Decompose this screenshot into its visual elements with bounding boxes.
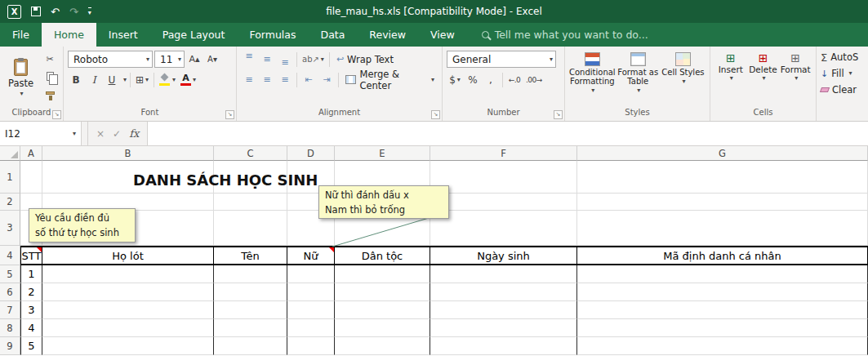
tab-data[interactable]: Data	[309, 23, 358, 47]
name-box-dropdown-icon[interactable]: ▾	[73, 131, 76, 137]
accounting-format-button[interactable]: $▾	[447, 71, 463, 88]
underline-button[interactable]: U	[104, 71, 120, 88]
column-header-G[interactable]: G	[577, 146, 868, 161]
cell-D9[interactable]	[287, 337, 335, 355]
cell-B7[interactable]	[42, 301, 214, 319]
column-header-C[interactable]: C	[214, 146, 287, 161]
cell-F1[interactable]	[430, 161, 577, 194]
align-right-button[interactable]: ≡	[277, 71, 293, 88]
copy-button[interactable]	[42, 69, 58, 83]
number-dialog-launcher[interactable]: ↘	[554, 110, 563, 119]
tab-view[interactable]: View	[418, 23, 467, 47]
cell-B6[interactable]	[42, 283, 214, 301]
cell-F6[interactable]	[430, 283, 577, 301]
column-header-D[interactable]: D	[287, 146, 335, 161]
row-header-8[interactable]: 8	[0, 319, 20, 337]
increase-decimal-button[interactable]: ←.0	[506, 71, 523, 88]
row-header-7[interactable]: 7	[0, 301, 20, 319]
conditional-formatting-button[interactable]: Conditional Formatting ▾	[569, 49, 616, 107]
cut-button[interactable]: ✂	[42, 51, 58, 66]
name-box[interactable]: I12 ▾	[0, 122, 82, 145]
cell-F2[interactable]	[430, 194, 577, 211]
cell-B5[interactable]	[42, 265, 214, 283]
wrap-text-button[interactable]: ↩ Wrap Text	[333, 51, 397, 68]
cell-E8[interactable]	[335, 319, 430, 337]
delete-cells-button[interactable]: ⊞ Delete ▾	[747, 49, 780, 107]
cell-A8[interactable]: 4	[20, 319, 42, 337]
cell-F3[interactable]	[430, 211, 577, 246]
undo-icon[interactable]: ↶	[51, 7, 60, 17]
format-cells-button[interactable]: ⊞ Format ▾	[779, 49, 812, 107]
cell-A4[interactable]: STT	[20, 246, 42, 265]
italic-button[interactable]: I	[86, 71, 102, 88]
align-left-button[interactable]: ≡	[241, 71, 257, 88]
row-header-4[interactable]: 4	[0, 246, 20, 265]
cell-G8[interactable]	[577, 319, 868, 337]
cell-B9[interactable]	[42, 337, 214, 355]
decrease-decimal-button[interactable]: .00→	[524, 71, 544, 88]
formula-input[interactable]	[147, 122, 868, 145]
cell-F4[interactable]: Ngày sinh	[430, 246, 577, 265]
cell-E4[interactable]: Dân tộc	[335, 246, 430, 265]
underline-dropdown-icon[interactable]: ▾	[123, 77, 127, 83]
cell-G5[interactable]	[577, 265, 868, 283]
cell-C3[interactable]	[214, 211, 287, 246]
save-icon[interactable]	[31, 7, 41, 16]
cell-A6[interactable]: 2	[20, 283, 42, 301]
autosum-button[interactable]: Σ AutoS	[821, 49, 864, 65]
cell-styles-button[interactable]: Cell Styles ▾	[661, 49, 706, 107]
cell-G4[interactable]: Mã định danh cá nhân	[577, 246, 868, 265]
cell-G7[interactable]	[577, 301, 868, 319]
cell-F8[interactable]	[430, 319, 577, 337]
number-format-select[interactable]: General ▾	[447, 51, 556, 68]
decrease-indent-button[interactable]: ⇤	[300, 71, 317, 88]
orientation-button[interactable]: ab↗▾	[300, 51, 326, 68]
cell-E9[interactable]	[335, 337, 430, 355]
column-header-F[interactable]: F	[430, 146, 577, 161]
cell-G6[interactable]	[577, 283, 868, 301]
cell-D8[interactable]	[287, 319, 335, 337]
row-header-5[interactable]: 5	[0, 265, 20, 283]
column-header-A[interactable]: A	[20, 146, 42, 161]
font-dialog-launcher[interactable]: ↘	[225, 110, 234, 119]
redo-icon[interactable]: ↷	[69, 7, 78, 17]
cell-A1[interactable]	[20, 161, 42, 194]
cell-G3[interactable]	[577, 211, 868, 246]
column-header-B[interactable]: B	[42, 146, 214, 161]
font-name-select[interactable]: Roboto ▾	[68, 51, 153, 68]
cell-G1[interactable]	[577, 161, 868, 194]
tab-insert[interactable]: Insert	[96, 23, 150, 47]
cell-B4[interactable]: Họ lót	[42, 246, 214, 265]
row-header-1[interactable]: 1	[0, 161, 20, 194]
bold-button[interactable]: B	[68, 71, 84, 88]
cell-C7[interactable]	[214, 301, 287, 319]
cell-D5[interactable]	[287, 265, 335, 283]
borders-button[interactable]: ⊞▾	[134, 71, 150, 88]
cell-A5[interactable]: 1	[20, 265, 42, 283]
cell-C9[interactable]	[214, 337, 287, 355]
insert-cells-button[interactable]: ⊞ Insert ▾	[714, 49, 747, 107]
format-painter-button[interactable]	[42, 86, 58, 100]
cell-F5[interactable]	[430, 265, 577, 283]
row-header-6[interactable]: 6	[0, 283, 20, 301]
cell-C4[interactable]: Tên	[214, 246, 287, 265]
cell-C5[interactable]	[214, 265, 287, 283]
percent-style-button[interactable]: %	[465, 71, 481, 88]
align-center-button[interactable]: ≡	[259, 71, 275, 88]
cell-C6[interactable]	[214, 283, 287, 301]
cancel-entry-button[interactable]: ×	[96, 128, 105, 140]
clipboard-dialog-launcher[interactable]: ↘	[52, 110, 61, 119]
row-header-2[interactable]: 2	[0, 194, 20, 211]
decrease-font-size-button[interactable]: A▾	[204, 51, 220, 68]
cell-D7[interactable]	[287, 301, 335, 319]
cell-E5[interactable]	[335, 265, 430, 283]
select-all-button[interactable]	[0, 146, 20, 161]
tab-file[interactable]: File	[0, 23, 42, 47]
cell-E6[interactable]	[335, 283, 430, 301]
cell-B8[interactable]	[42, 319, 214, 337]
middle-align-button[interactable]: ≡	[259, 51, 275, 68]
cell-D6[interactable]	[287, 283, 335, 301]
cell-D4[interactable]: Nữ	[287, 246, 335, 265]
formula-bar-divider[interactable]	[82, 122, 88, 145]
cell-A9[interactable]: 5	[20, 337, 42, 355]
